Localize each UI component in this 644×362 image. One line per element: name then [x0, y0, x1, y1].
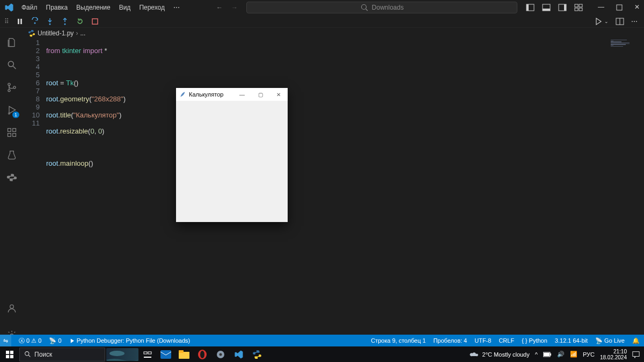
- accounts-icon[interactable]: [0, 297, 24, 320]
- problems-status[interactable]: ⓧ 0 ⚠ 0: [19, 337, 41, 345]
- weather-widget[interactable]: 2°C Mostly cloudy: [470, 350, 530, 359]
- code-area[interactable]: from tkinter import * root = Tk() root.g…: [46, 39, 606, 183]
- svg-rect-35: [6, 354, 9, 358]
- svg-point-49: [219, 353, 222, 356]
- svg-point-21: [8, 61, 13, 67]
- debug-stepover-icon[interactable]: [31, 17, 39, 26]
- go-live-status[interactable]: 📡 Go Live: [595, 337, 625, 344]
- menu-go[interactable]: Переход: [135, 4, 169, 11]
- input-lang[interactable]: РУС: [583, 351, 595, 358]
- tk-maximize-icon[interactable]: ▢: [251, 88, 269, 101]
- breadcrumb-file[interactable]: Untitled-1.py: [38, 29, 74, 37]
- taskbar-settings-icon[interactable]: [211, 346, 230, 362]
- clock[interactable]: 21:10 18.02.2024: [600, 349, 627, 360]
- taskbar-python-icon[interactable]: [248, 346, 266, 362]
- interpreter-status[interactable]: 3.12.1 64-bit: [555, 337, 588, 344]
- svg-point-23: [8, 83, 10, 85]
- start-button[interactable]: [0, 351, 19, 358]
- minimize-icon[interactable]: —: [598, 3, 604, 12]
- close-icon[interactable]: ✕: [634, 3, 640, 12]
- remote-indicator[interactable]: ⇋: [0, 335, 11, 346]
- encoding-status[interactable]: UTF-8: [474, 337, 491, 344]
- svg-point-47: [200, 351, 204, 358]
- window-titlebar: Файл Правка Выделение Вид Переход ⋯ ← → …: [0, 0, 644, 15]
- taskbar-search[interactable]: Поиск: [19, 348, 105, 361]
- eol-status[interactable]: CRLF: [499, 337, 514, 344]
- debugger-status[interactable]: Python Debugger: Python File (Downloads): [69, 337, 191, 344]
- maximize-icon[interactable]: [615, 3, 624, 12]
- volume-icon[interactable]: 🔊: [557, 351, 565, 358]
- drag-handle-icon[interactable]: ⠿: [4, 18, 9, 25]
- menu-selection[interactable]: Выделение: [72, 4, 115, 11]
- taskbar-opera-icon[interactable]: [193, 346, 211, 362]
- svg-point-24: [8, 90, 10, 92]
- explorer-icon[interactable]: [0, 31, 24, 54]
- svg-rect-41: [148, 352, 151, 354]
- debug-stop-icon[interactable]: [91, 17, 99, 26]
- ports-status[interactable]: 📡 0: [49, 337, 61, 344]
- menu-view[interactable]: Вид: [115, 4, 135, 11]
- split-editor-icon[interactable]: [616, 17, 624, 26]
- taskbar-vscode-icon[interactable]: [230, 346, 248, 362]
- svg-point-15: [34, 22, 36, 24]
- svg-rect-3: [526, 4, 529, 11]
- taskbar-widget[interactable]: [106, 348, 138, 361]
- layout-sidebar-left-icon[interactable]: [526, 3, 535, 12]
- more-icon[interactable]: ⋯: [631, 18, 638, 25]
- svg-rect-33: [6, 351, 9, 354]
- tkinter-feather-icon: [179, 91, 186, 98]
- svg-line-22: [13, 67, 16, 69]
- tkinter-app-window[interactable]: Калькулятор — ▢ ✕: [176, 88, 288, 222]
- svg-point-25: [13, 86, 16, 88]
- tray-chevron-icon[interactable]: ^: [535, 351, 538, 358]
- notifications-icon[interactable]: 🔔: [632, 337, 640, 344]
- layout-panel-bottom-icon[interactable]: [542, 3, 551, 12]
- search-icon-activity[interactable]: [0, 54, 24, 76]
- debug-pause-icon[interactable]: [16, 17, 24, 26]
- task-view-icon[interactable]: [138, 346, 157, 362]
- tk-minimize-icon[interactable]: —: [233, 88, 251, 101]
- svg-point-39: [109, 351, 125, 356]
- nav-back-icon[interactable]: ←: [216, 4, 223, 11]
- run-icon[interactable]: [594, 17, 603, 26]
- debug-toolbar: ⠿ ⌄ ⋯: [0, 15, 644, 28]
- battery-icon[interactable]: [543, 351, 552, 358]
- run-debug-icon[interactable]: 1: [0, 99, 24, 121]
- svg-rect-12: [617, 5, 622, 10]
- taskbar-mail-icon[interactable]: [157, 346, 175, 362]
- cursor-position[interactable]: Строка 9, столбец 1: [371, 337, 426, 344]
- svg-rect-13: [18, 19, 19, 24]
- debug-restart-icon[interactable]: [76, 17, 84, 26]
- source-control-icon[interactable]: [0, 76, 24, 99]
- debug-stepout-icon[interactable]: [61, 17, 69, 26]
- taskbar-search-placeholder: Поиск: [34, 351, 52, 358]
- editor-pane: Untitled-1.py › ... 1234567891011 from t…: [24, 28, 644, 346]
- search-label: Downloads: [372, 4, 404, 11]
- taskbar-explorer-icon[interactable]: [175, 346, 193, 362]
- testing-icon[interactable]: [0, 144, 24, 166]
- layout-sidebar-right-icon[interactable]: [558, 3, 567, 12]
- python-env-icon[interactable]: [0, 166, 24, 189]
- menu-file[interactable]: Файл: [17, 4, 42, 11]
- status-bar: ⇋ ⓧ 0 ⚠ 0 📡 0 Python Debugger: Python Fi…: [0, 335, 644, 346]
- minimap[interactable]: [611, 40, 638, 47]
- debug-stepin-icon[interactable]: [46, 17, 54, 26]
- menu-edit[interactable]: Правка: [42, 4, 72, 11]
- action-center-icon[interactable]: [632, 351, 640, 358]
- system-tray: 2°C Mostly cloudy ^ 🔊 📶 РУС 21:10 18.02.…: [470, 349, 644, 360]
- menu-overflow[interactable]: ⋯: [169, 4, 184, 11]
- language-mode[interactable]: { } Python: [522, 337, 547, 344]
- command-search[interactable]: Downloads: [246, 2, 517, 13]
- activity-bar: 1: [0, 28, 24, 346]
- layout-customize-icon[interactable]: [574, 3, 583, 12]
- svg-rect-9: [579, 4, 582, 7]
- wifi-icon[interactable]: 📶: [570, 351, 577, 358]
- search-icon: [360, 3, 369, 12]
- extensions-icon[interactable]: [0, 121, 24, 144]
- indentation-status[interactable]: Пробелов: 4: [433, 337, 467, 344]
- tk-close-icon[interactable]: ✕: [269, 88, 288, 101]
- svg-rect-11: [579, 8, 582, 11]
- svg-rect-40: [144, 352, 147, 354]
- run-dropdown-icon[interactable]: ⌄: [604, 19, 609, 24]
- nav-forward-icon[interactable]: →: [231, 4, 238, 11]
